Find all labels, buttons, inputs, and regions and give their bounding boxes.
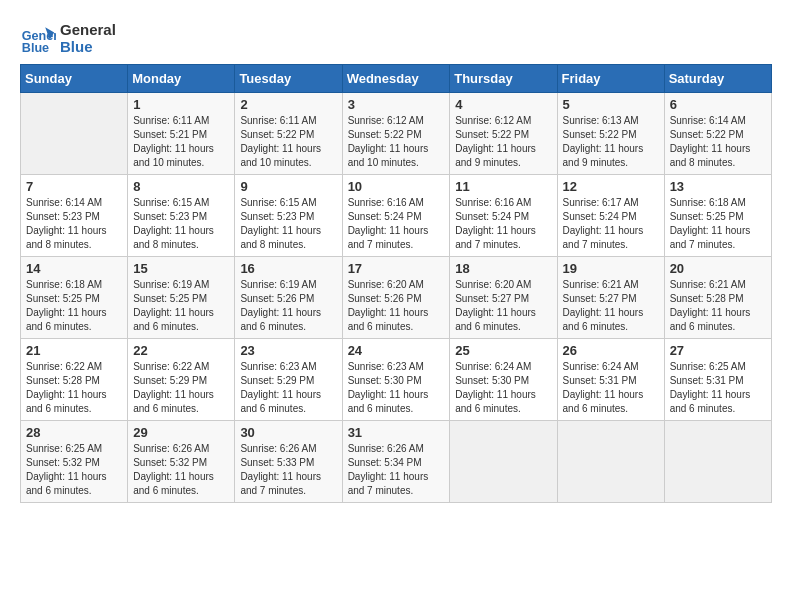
calendar-cell: 17 Sunrise: 6:20 AM Sunset: 5:26 PM Dayl… <box>342 257 450 339</box>
day-number: 17 <box>348 261 445 276</box>
day-info: Sunrise: 6:22 AM Sunset: 5:28 PM Dayligh… <box>26 360 122 416</box>
day-info: Sunrise: 6:16 AM Sunset: 5:24 PM Dayligh… <box>455 196 551 252</box>
day-info: Sunrise: 6:26 AM Sunset: 5:33 PM Dayligh… <box>240 442 336 498</box>
calendar-cell: 11 Sunrise: 6:16 AM Sunset: 5:24 PM Dayl… <box>450 175 557 257</box>
day-info: Sunrise: 6:14 AM Sunset: 5:22 PM Dayligh… <box>670 114 766 170</box>
day-number: 6 <box>670 97 766 112</box>
day-info: Sunrise: 6:25 AM Sunset: 5:32 PM Dayligh… <box>26 442 122 498</box>
calendar-cell: 10 Sunrise: 6:16 AM Sunset: 5:24 PM Dayl… <box>342 175 450 257</box>
day-info: Sunrise: 6:13 AM Sunset: 5:22 PM Dayligh… <box>563 114 659 170</box>
day-number: 15 <box>133 261 229 276</box>
day-info: Sunrise: 6:24 AM Sunset: 5:30 PM Dayligh… <box>455 360 551 416</box>
calendar-cell: 9 Sunrise: 6:15 AM Sunset: 5:23 PM Dayli… <box>235 175 342 257</box>
day-info: Sunrise: 6:17 AM Sunset: 5:24 PM Dayligh… <box>563 196 659 252</box>
calendar-cell: 27 Sunrise: 6:25 AM Sunset: 5:31 PM Dayl… <box>664 339 771 421</box>
calendar-cell <box>664 421 771 503</box>
day-number: 20 <box>670 261 766 276</box>
day-info: Sunrise: 6:21 AM Sunset: 5:27 PM Dayligh… <box>563 278 659 334</box>
day-number: 25 <box>455 343 551 358</box>
calendar-cell: 12 Sunrise: 6:17 AM Sunset: 5:24 PM Dayl… <box>557 175 664 257</box>
calendar-cell: 18 Sunrise: 6:20 AM Sunset: 5:27 PM Dayl… <box>450 257 557 339</box>
logo-line1: General <box>60 21 116 38</box>
weekday-header: Thursday <box>450 65 557 93</box>
day-number: 12 <box>563 179 659 194</box>
weekday-header: Wednesday <box>342 65 450 93</box>
day-info: Sunrise: 6:21 AM Sunset: 5:28 PM Dayligh… <box>670 278 766 334</box>
day-info: Sunrise: 6:26 AM Sunset: 5:32 PM Dayligh… <box>133 442 229 498</box>
day-info: Sunrise: 6:15 AM Sunset: 5:23 PM Dayligh… <box>133 196 229 252</box>
day-number: 5 <box>563 97 659 112</box>
calendar-cell: 13 Sunrise: 6:18 AM Sunset: 5:25 PM Dayl… <box>664 175 771 257</box>
day-info: Sunrise: 6:11 AM Sunset: 5:21 PM Dayligh… <box>133 114 229 170</box>
weekday-header: Friday <box>557 65 664 93</box>
day-info: Sunrise: 6:20 AM Sunset: 5:27 PM Dayligh… <box>455 278 551 334</box>
day-info: Sunrise: 6:12 AM Sunset: 5:22 PM Dayligh… <box>455 114 551 170</box>
day-number: 22 <box>133 343 229 358</box>
day-info: Sunrise: 6:19 AM Sunset: 5:26 PM Dayligh… <box>240 278 336 334</box>
calendar-cell: 22 Sunrise: 6:22 AM Sunset: 5:29 PM Dayl… <box>128 339 235 421</box>
calendar-cell: 29 Sunrise: 6:26 AM Sunset: 5:32 PM Dayl… <box>128 421 235 503</box>
logo-icon: General Blue <box>20 20 56 56</box>
day-info: Sunrise: 6:23 AM Sunset: 5:29 PM Dayligh… <box>240 360 336 416</box>
day-number: 30 <box>240 425 336 440</box>
day-info: Sunrise: 6:24 AM Sunset: 5:31 PM Dayligh… <box>563 360 659 416</box>
calendar-cell: 2 Sunrise: 6:11 AM Sunset: 5:22 PM Dayli… <box>235 93 342 175</box>
day-number: 16 <box>240 261 336 276</box>
day-number: 19 <box>563 261 659 276</box>
day-number: 4 <box>455 97 551 112</box>
calendar-cell: 28 Sunrise: 6:25 AM Sunset: 5:32 PM Dayl… <box>21 421 128 503</box>
weekday-header-row: SundayMondayTuesdayWednesdayThursdayFrid… <box>21 65 772 93</box>
day-number: 28 <box>26 425 122 440</box>
calendar-cell: 20 Sunrise: 6:21 AM Sunset: 5:28 PM Dayl… <box>664 257 771 339</box>
calendar-cell: 1 Sunrise: 6:11 AM Sunset: 5:21 PM Dayli… <box>128 93 235 175</box>
calendar-cell: 5 Sunrise: 6:13 AM Sunset: 5:22 PM Dayli… <box>557 93 664 175</box>
day-number: 14 <box>26 261 122 276</box>
day-number: 10 <box>348 179 445 194</box>
day-number: 11 <box>455 179 551 194</box>
day-info: Sunrise: 6:26 AM Sunset: 5:34 PM Dayligh… <box>348 442 445 498</box>
calendar-cell: 14 Sunrise: 6:18 AM Sunset: 5:25 PM Dayl… <box>21 257 128 339</box>
calendar-cell: 16 Sunrise: 6:19 AM Sunset: 5:26 PM Dayl… <box>235 257 342 339</box>
day-info: Sunrise: 6:14 AM Sunset: 5:23 PM Dayligh… <box>26 196 122 252</box>
calendar-week-row: 21 Sunrise: 6:22 AM Sunset: 5:28 PM Dayl… <box>21 339 772 421</box>
logo-line2: Blue <box>60 38 116 55</box>
calendar-week-row: 7 Sunrise: 6:14 AM Sunset: 5:23 PM Dayli… <box>21 175 772 257</box>
day-number: 13 <box>670 179 766 194</box>
day-info: Sunrise: 6:12 AM Sunset: 5:22 PM Dayligh… <box>348 114 445 170</box>
day-info: Sunrise: 6:22 AM Sunset: 5:29 PM Dayligh… <box>133 360 229 416</box>
weekday-header: Tuesday <box>235 65 342 93</box>
calendar-cell: 30 Sunrise: 6:26 AM Sunset: 5:33 PM Dayl… <box>235 421 342 503</box>
day-number: 1 <box>133 97 229 112</box>
day-number: 8 <box>133 179 229 194</box>
day-info: Sunrise: 6:15 AM Sunset: 5:23 PM Dayligh… <box>240 196 336 252</box>
logo: General Blue General Blue <box>20 20 116 56</box>
calendar-cell: 24 Sunrise: 6:23 AM Sunset: 5:30 PM Dayl… <box>342 339 450 421</box>
day-info: Sunrise: 6:11 AM Sunset: 5:22 PM Dayligh… <box>240 114 336 170</box>
calendar-cell <box>557 421 664 503</box>
day-info: Sunrise: 6:18 AM Sunset: 5:25 PM Dayligh… <box>26 278 122 334</box>
calendar-cell: 26 Sunrise: 6:24 AM Sunset: 5:31 PM Dayl… <box>557 339 664 421</box>
day-info: Sunrise: 6:20 AM Sunset: 5:26 PM Dayligh… <box>348 278 445 334</box>
day-info: Sunrise: 6:25 AM Sunset: 5:31 PM Dayligh… <box>670 360 766 416</box>
day-number: 18 <box>455 261 551 276</box>
day-info: Sunrise: 6:16 AM Sunset: 5:24 PM Dayligh… <box>348 196 445 252</box>
calendar-cell: 31 Sunrise: 6:26 AM Sunset: 5:34 PM Dayl… <box>342 421 450 503</box>
day-info: Sunrise: 6:18 AM Sunset: 5:25 PM Dayligh… <box>670 196 766 252</box>
day-number: 3 <box>348 97 445 112</box>
day-number: 29 <box>133 425 229 440</box>
day-info: Sunrise: 6:23 AM Sunset: 5:30 PM Dayligh… <box>348 360 445 416</box>
day-number: 23 <box>240 343 336 358</box>
calendar-week-row: 14 Sunrise: 6:18 AM Sunset: 5:25 PM Dayl… <box>21 257 772 339</box>
page-header: General Blue General Blue <box>20 20 772 56</box>
calendar-cell <box>21 93 128 175</box>
calendar-cell <box>450 421 557 503</box>
calendar-week-row: 28 Sunrise: 6:25 AM Sunset: 5:32 PM Dayl… <box>21 421 772 503</box>
day-number: 24 <box>348 343 445 358</box>
day-number: 21 <box>26 343 122 358</box>
calendar-cell: 8 Sunrise: 6:15 AM Sunset: 5:23 PM Dayli… <box>128 175 235 257</box>
calendar-cell: 4 Sunrise: 6:12 AM Sunset: 5:22 PM Dayli… <box>450 93 557 175</box>
calendar-cell: 6 Sunrise: 6:14 AM Sunset: 5:22 PM Dayli… <box>664 93 771 175</box>
day-number: 2 <box>240 97 336 112</box>
calendar-cell: 3 Sunrise: 6:12 AM Sunset: 5:22 PM Dayli… <box>342 93 450 175</box>
calendar-cell: 21 Sunrise: 6:22 AM Sunset: 5:28 PM Dayl… <box>21 339 128 421</box>
